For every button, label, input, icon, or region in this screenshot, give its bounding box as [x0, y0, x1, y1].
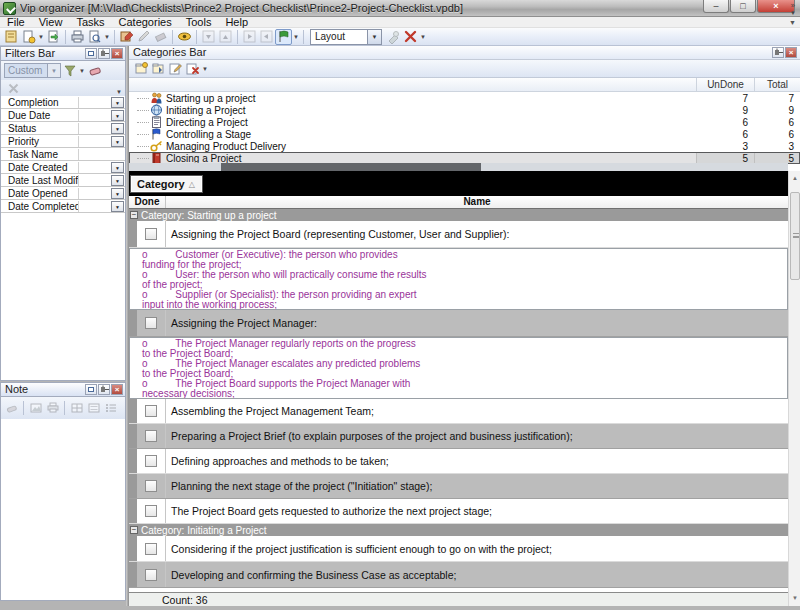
filter-row-date-last-modified[interactable]: Date Last Modified ▼	[1, 174, 125, 187]
scrollbar-thumb[interactable]	[221, 163, 481, 171]
filters-restore-icon[interactable]	[85, 48, 97, 59]
filter-row-priority[interactable]: Priority ▼	[1, 135, 125, 148]
clear-filter-icon[interactable]	[5, 80, 22, 96]
dropdown-icon[interactable]: ▼	[111, 97, 124, 108]
print-overflow-icon[interactable]: ▼	[103, 34, 111, 40]
group-row-starting-up[interactable]: − Category: Starting up a project	[129, 209, 788, 221]
layout-combobox-value[interactable]: Layout	[310, 29, 368, 45]
apply-filter-icon[interactable]	[61, 63, 78, 79]
filter-row-date-opened[interactable]: Date Opened ▼	[1, 187, 125, 200]
filters-pin-icon[interactable]	[98, 48, 110, 59]
collapse-icon[interactable]: −	[130, 211, 138, 219]
menubar-overflow-icon[interactable]: ▼	[789, 19, 796, 26]
note-restore-icon[interactable]	[85, 384, 97, 395]
scroll-down-icon[interactable]: ▼	[789, 592, 800, 605]
move-down-icon[interactable]	[200, 29, 217, 45]
category-row-controlling[interactable]: Controlling a Stage 6 6	[129, 128, 800, 140]
categories-close-icon[interactable]: ×	[785, 47, 797, 58]
dropdown-icon[interactable]: ▼	[111, 110, 124, 121]
indent-icon[interactable]	[241, 29, 258, 45]
menu-tools[interactable]: Tools	[179, 17, 219, 28]
note-print-icon[interactable]	[44, 400, 61, 416]
note-pin-icon[interactable]	[98, 384, 110, 395]
task-row[interactable]: Planning the next stage of the project (…	[129, 474, 788, 499]
note-content[interactable]	[0, 419, 126, 601]
layout-combobox-dropdown-icon[interactable]: ▼	[368, 29, 382, 45]
column-header-total[interactable]: Total	[754, 78, 800, 91]
task-row[interactable]: The Project Board gets requested to auth…	[129, 499, 788, 524]
delete-category-icon[interactable]	[184, 61, 201, 77]
category-row-initiating[interactable]: Initiating a Project 9 9	[129, 104, 800, 116]
category-row-starting-up[interactable]: Starting up a project 7 7	[129, 92, 800, 104]
filter-row-status[interactable]: Status ▼	[1, 122, 125, 135]
new-item-dropdown-icon[interactable]: ▼	[37, 34, 45, 40]
category-row-directing[interactable]: Directing a Project 6 6	[129, 116, 800, 128]
task-row[interactable]: Defining approaches and methods to be ta…	[129, 449, 788, 474]
dropdown-icon[interactable]: ▼	[111, 175, 124, 186]
new-item-icon[interactable]	[20, 29, 37, 45]
categories-horizontal-scrollbar[interactable]	[129, 163, 788, 171]
task-row[interactable]: Considering if the project justification…	[129, 536, 788, 562]
minimize-button[interactable]: –	[703, 0, 729, 13]
import-icon[interactable]	[45, 29, 62, 45]
dropdown-icon[interactable]: ▼	[111, 188, 124, 199]
task-checkbox[interactable]	[145, 317, 157, 329]
maximize-button[interactable]: □	[730, 0, 756, 13]
filter-preset-value[interactable]: Custom	[4, 63, 48, 78]
filters-overflow-icon[interactable]: ▼	[115, 89, 123, 95]
task-checkbox[interactable]	[145, 430, 157, 442]
task-row[interactable]: Preparing a Project Brief (to explain pu…	[129, 424, 788, 449]
filter-row-completion[interactable]: Completion ▼	[1, 96, 125, 109]
categories-overflow-icon[interactable]: ▼	[201, 66, 209, 72]
format-brush-icon[interactable]	[3, 400, 20, 416]
new-task-icon[interactable]	[118, 29, 135, 45]
filter-row-due-date[interactable]: Due Date ▼	[1, 109, 125, 122]
add-subcategory-icon[interactable]	[150, 61, 167, 77]
print-icon[interactable]	[69, 29, 86, 45]
filter-row-date-created[interactable]: Date Created ▼	[1, 161, 125, 174]
fields-icon[interactable]	[85, 400, 102, 416]
scroll-up-icon[interactable]: ▲	[789, 172, 800, 185]
layout-overflow-icon[interactable]: ▼	[419, 34, 427, 40]
category-row-managing[interactable]: Managing Product Delivery 3 3	[129, 140, 800, 152]
bullet-list-icon[interactable]	[102, 400, 119, 416]
column-header-name[interactable]: Name	[166, 196, 788, 208]
menu-file[interactable]: File	[0, 17, 32, 28]
task-row[interactable]: Assigning the Project Manager:	[129, 310, 788, 337]
filter-preset-dropdown-icon[interactable]: ▼	[48, 63, 61, 78]
grid-vertical-scrollbar[interactable]: ▲ ▼	[788, 171, 800, 606]
task-row[interactable]: Assembling the Project Management Team;	[129, 399, 788, 424]
delete-layout-icon[interactable]	[402, 29, 419, 45]
table-icon[interactable]	[68, 400, 85, 416]
note-close-icon[interactable]: ×	[111, 384, 123, 395]
scrollbar-thumb[interactable]	[790, 192, 800, 280]
menu-view[interactable]: View	[32, 17, 70, 28]
task-checkbox[interactable]	[145, 480, 157, 492]
dropdown-icon[interactable]: ▼	[111, 123, 124, 134]
task-checkbox[interactable]	[145, 455, 157, 467]
categories-pin-icon[interactable]	[772, 47, 784, 58]
task-row[interactable]: Developing and confirming the Business C…	[129, 562, 788, 588]
dropdown-icon[interactable]: ▼	[111, 162, 124, 173]
view-overflow-icon[interactable]: ▼	[292, 34, 300, 40]
menu-categories[interactable]: Categories	[112, 17, 179, 28]
dropdown-icon[interactable]: ▼	[111, 136, 124, 147]
show-done-icon[interactable]	[176, 29, 193, 45]
task-checkbox[interactable]	[145, 543, 157, 555]
task-checkbox[interactable]	[145, 405, 157, 417]
edit-task-icon[interactable]	[135, 29, 152, 45]
layout-combobox[interactable]: Layout ▼	[310, 29, 382, 45]
new-notebook-icon[interactable]	[3, 29, 20, 45]
edit-category-icon[interactable]	[167, 61, 184, 77]
group-row-initiating[interactable]: − Category: Initiating a Project	[129, 524, 788, 536]
outdent-icon[interactable]	[258, 29, 275, 45]
eraser-icon[interactable]	[86, 63, 103, 79]
task-checkbox[interactable]	[145, 228, 157, 240]
group-by-category-button[interactable]: Category △	[131, 176, 202, 192]
note-toolbar-overflow-icon[interactable]: » ▼	[788, 2, 798, 17]
column-header-undone[interactable]: UnDone	[696, 78, 754, 91]
apply-filter-dropdown-icon[interactable]: ▼	[78, 68, 86, 74]
task-checkbox[interactable]	[145, 569, 157, 581]
add-category-icon[interactable]	[133, 61, 150, 77]
print-preview-icon[interactable]	[86, 29, 103, 45]
